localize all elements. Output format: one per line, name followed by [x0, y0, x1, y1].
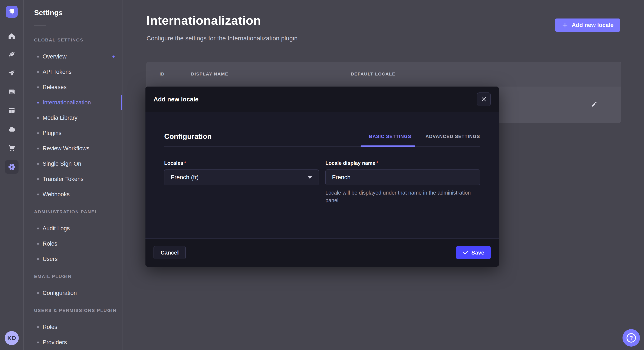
section-label: EMAIL PLUGIN: [24, 272, 122, 281]
tabs-divider: [164, 146, 480, 147]
check-icon: [462, 250, 468, 256]
title-divider: [34, 25, 46, 26]
pencil-icon: [590, 101, 598, 108]
feather-icon: [8, 51, 16, 58]
bullet-icon: [37, 178, 39, 180]
bullet-icon: [37, 86, 39, 88]
sidebar-item-transfer-tokens[interactable]: Transfer Tokens: [24, 172, 122, 187]
nav-content-type-builder[interactable]: [5, 104, 18, 117]
table-header-row: ID DISPLAY NAME DEFAULT LOCALE: [147, 62, 621, 86]
modal-body: Configuration BASIC SETTINGS ADVANCED SE…: [146, 112, 499, 238]
sidebar-item-api-tokens[interactable]: API Tokens: [24, 64, 122, 80]
column-header-id: ID: [160, 71, 164, 77]
sidebar-item-single-sign-on[interactable]: Single Sign-On: [24, 156, 122, 172]
section-label: GLOBAL SETTINGS: [24, 36, 122, 44]
locales-select-value: French (fr): [171, 174, 199, 181]
bullet-icon: [37, 326, 39, 328]
close-icon: [481, 96, 487, 103]
save-button[interactable]: Save: [456, 246, 491, 259]
nav-content-manager[interactable]: [5, 48, 18, 61]
modal-title: Add new locale: [154, 96, 477, 103]
rail-divider-bottom: [0, 326, 24, 326]
main-nav-rail: KD: [0, 0, 24, 350]
sidebar-item-admin-users[interactable]: Users: [24, 251, 122, 267]
images-icon: [8, 88, 16, 96]
avatar[interactable]: KD: [5, 331, 19, 345]
gear-icon: [8, 163, 16, 171]
sidebar-item-internationalization[interactable]: Internationalization: [24, 95, 122, 110]
tab-advanced-settings[interactable]: ADVANCED SETTINGS: [426, 134, 480, 139]
bullet-icon: [37, 102, 39, 104]
sidebar-item-email-configuration[interactable]: Configuration: [24, 285, 122, 301]
section-email-plugin: EMAIL PLUGIN Configuration: [24, 272, 122, 301]
column-header-display-name: DISPLAY NAME: [191, 71, 228, 77]
settings-tabs: BASIC SETTINGS ADVANCED SETTINGS: [369, 134, 480, 139]
bullet-icon: [37, 148, 39, 150]
nav-home[interactable]: [5, 29, 18, 43]
nav-deploy[interactable]: [5, 66, 18, 80]
bullet-icon: [37, 56, 39, 58]
tab-basic-settings[interactable]: BASIC SETTINGS: [369, 134, 411, 139]
sidebar-item-up-providers[interactable]: Providers: [24, 335, 122, 350]
sidebar-item-plugins[interactable]: Plugins: [24, 126, 122, 141]
add-new-locale-modal: Add new locale Configuration BASIC SETTI…: [146, 87, 499, 267]
section-label: ADMINISTRATION PANEL: [24, 207, 122, 216]
page-subtitle: Configure the settings for the Internati…: [146, 35, 298, 42]
home-icon: [8, 32, 16, 40]
nav-cloud[interactable]: [5, 123, 18, 136]
section-administration-panel: ADMINISTRATION PANEL Audit Logs Roles Us…: [24, 207, 122, 267]
bullet-icon: [37, 117, 39, 119]
nav-marketplace[interactable]: [5, 141, 18, 155]
help-button[interactable]: ?: [622, 329, 640, 347]
column-header-default-locale: DEFAULT LOCALE: [351, 71, 396, 77]
modal-header: Add new locale: [146, 87, 499, 112]
sidebar-item-audit-logs[interactable]: Audit Logs: [24, 221, 122, 236]
sidebar-item-media-library[interactable]: Media Library: [24, 110, 122, 126]
sidebar-item-review-workflows[interactable]: Review Workflows: [24, 141, 122, 156]
nav-settings[interactable]: [5, 160, 18, 174]
bullet-icon: [37, 193, 39, 195]
active-tab-underline: [360, 146, 415, 147]
section-label: USERS & PERMISSIONS PLUGIN: [24, 306, 122, 315]
edit-locale-button[interactable]: [590, 100, 599, 110]
add-new-locale-button[interactable]: Add new locale: [555, 18, 620, 32]
cloud-icon: [8, 126, 16, 133]
bullet-icon: [37, 227, 39, 229]
sidebar-item-webhooks[interactable]: Webhooks: [24, 187, 122, 202]
bullet-icon: [37, 132, 39, 134]
sidebar-title: Settings: [34, 8, 62, 17]
strapi-logo[interactable]: [6, 6, 18, 18]
sidebar-item-admin-roles[interactable]: Roles: [24, 236, 122, 251]
locales-select[interactable]: French (fr): [164, 170, 319, 185]
bullet-icon: [37, 342, 39, 344]
close-modal-button[interactable]: [477, 93, 491, 106]
notification-dot-icon: [112, 55, 114, 58]
chevron-down-icon: [308, 176, 312, 179]
bullet-icon: [37, 258, 39, 260]
cancel-button[interactable]: Cancel: [154, 246, 186, 259]
display-name-field: Locale display name* Locale will be disp…: [326, 160, 480, 204]
strapi-logo-icon: [6, 6, 18, 18]
locales-field: Locales* French (fr): [164, 160, 319, 204]
plus-icon: [562, 22, 568, 28]
sidebar-item-up-roles[interactable]: Roles: [24, 319, 122, 335]
app-root: KD Settings GLOBAL SETTINGS Overview API…: [0, 0, 644, 350]
locales-label: Locales*: [164, 160, 186, 166]
question-mark-icon: ?: [626, 333, 636, 343]
display-name-label: Locale display name*: [326, 160, 378, 166]
sidebar-item-overview[interactable]: Overview: [24, 49, 122, 64]
required-asterisk: *: [184, 160, 186, 166]
modal-footer: Cancel Save: [146, 238, 499, 267]
page-title: Internationalization: [146, 13, 261, 27]
bullet-icon: [37, 71, 39, 73]
bullet-icon: [37, 292, 39, 294]
bullet-icon: [37, 243, 39, 245]
layout-icon: [8, 107, 16, 114]
configuration-heading: Configuration: [164, 132, 212, 141]
nav-media-library[interactable]: [5, 85, 18, 99]
cart-icon: [8, 144, 16, 152]
sidebar-item-releases[interactable]: Releases: [24, 80, 122, 95]
display-name-hint: Locale will be displayed under that name…: [326, 189, 478, 204]
required-asterisk: *: [376, 160, 378, 166]
display-name-input[interactable]: [326, 170, 480, 185]
